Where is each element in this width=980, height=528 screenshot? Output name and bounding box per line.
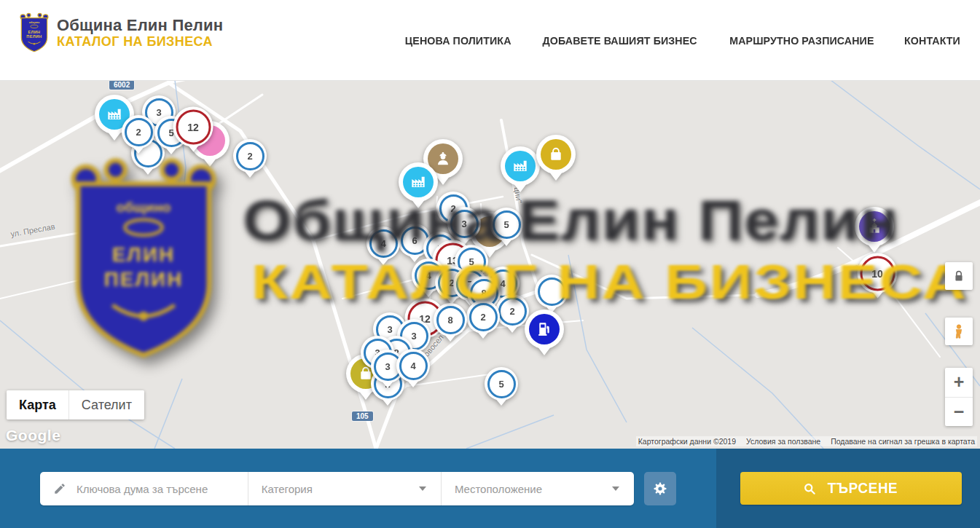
location-select[interactable]: Местоположение [441,472,634,505]
zoom-control: + − [945,368,973,426]
pencil-icon [53,482,66,495]
advanced-search-button[interactable] [644,472,676,505]
map-canvas[interactable]: ул. Преславбул. „Новоселции" 6002105 325… [0,80,980,449]
map-type-control: Карта Сателит [7,390,144,419]
category-pin-fuel[interactable] [525,310,564,349]
search-button-label: ТЪРСЕНЕ [828,480,898,497]
pegman-icon [951,323,967,339]
nav-item-3[interactable]: КОНТАКТИ [904,34,960,47]
satellite-view-button[interactable]: Сателит [68,390,144,419]
nav-item-1[interactable]: ДОБАВЕТЕ ВАШИЯТ БИЗНЕС [543,34,697,47]
search-field-group: Категория Местоположение [40,472,634,505]
brand-subtitle: КАТАЛОГ НА БИЗНЕСА [57,34,223,50]
cluster-marker[interactable]: 2 [122,115,155,149]
gear-icon [651,480,669,497]
cluster-marker[interactable]: 2 [233,139,267,173]
search-fields-section: Категория Местоположение [0,449,716,528]
cluster-marker[interactable]: 5 [485,367,518,401]
keyword-field [40,472,248,505]
category-select[interactable]: Категория [248,472,441,505]
svg-text:общино: общино [29,21,40,24]
cluster-marker[interactable]: 4 [396,349,430,382]
attribution-text: Картографски данни ©2019 [638,437,736,446]
nav-item-2[interactable]: МАРШРУТНО РАЗПИСАНИЕ [729,34,874,47]
category-pin-bag[interactable] [536,135,576,174]
cluster-marker[interactable]: 4 [366,226,400,260]
category-pin-church[interactable] [855,207,894,246]
brand[interactable]: общино ЕЛИН ПЕЛИН Община Елин Пелин КАТА… [19,12,223,53]
main-nav: ЦЕНОВА ПОЛИТИКАДОБАВЕТЕ ВАШИЯТ БИЗНЕСМАР… [402,0,962,80]
category-select-value: Категория [262,483,313,495]
cluster-marker[interactable] [535,275,568,308]
search-button[interactable]: ТЪРСЕНЕ [740,472,962,505]
header: общино ЕЛИН ПЕЛИН Община Елин Пелин КАТА… [0,0,980,81]
search-icon [802,481,817,496]
cluster-marker[interactable]: 10 [858,253,898,293]
brand-title: Община Елин Пелин [57,16,223,34]
category-pin-factory[interactable] [501,146,540,186]
svg-text:ПЕЛИН: ПЕЛИН [26,34,42,39]
cluster-marker[interactable]: 5 [490,208,523,241]
google-logo[interactable]: Google [6,427,60,444]
zoom-in-button[interactable]: + [945,368,973,398]
cluster-marker[interactable]: 12 [173,107,213,147]
category-pin-factory[interactable] [399,162,438,202]
road-number-badge: 6002 [109,80,134,90]
attribution-link[interactable]: Условия за ползване [746,437,820,446]
chevron-down-icon [419,486,426,491]
zoom-out-button[interactable]: − [945,398,973,427]
cluster-marker[interactable]: 8 [434,303,467,336]
attribution-link[interactable]: Подаване на сигнал за грешка в картата [831,437,975,446]
location-select-value: Местоположение [455,483,542,495]
street-view-pegman-button[interactable] [945,318,973,345]
nav-item-0[interactable]: ЦЕНОВА ПОЛИТИКА [404,34,511,47]
map-view-button[interactable]: Карта [7,390,68,419]
chevron-down-icon [612,486,619,491]
lock-icon [951,268,967,284]
svg-text:ЕЛИН: ЕЛИН [28,30,41,34]
map-attribution: Картографски данни ©2019Условия за ползв… [636,436,977,446]
keyword-input[interactable] [75,482,248,496]
page: общино ЕЛИН ПЕЛИН Община Елин Пелин КАТА… [0,0,980,528]
municipality-crest-logo: общино ЕЛИН ПЕЛИН [19,12,50,53]
cluster-marker[interactable]: 2 [466,300,500,334]
road-number-badge: 105 [352,411,373,421]
search-bar: Категория Местоположение [0,449,980,528]
search-action-section: ТЪРСЕНЕ [716,449,980,528]
lock-button[interactable] [945,262,973,290]
